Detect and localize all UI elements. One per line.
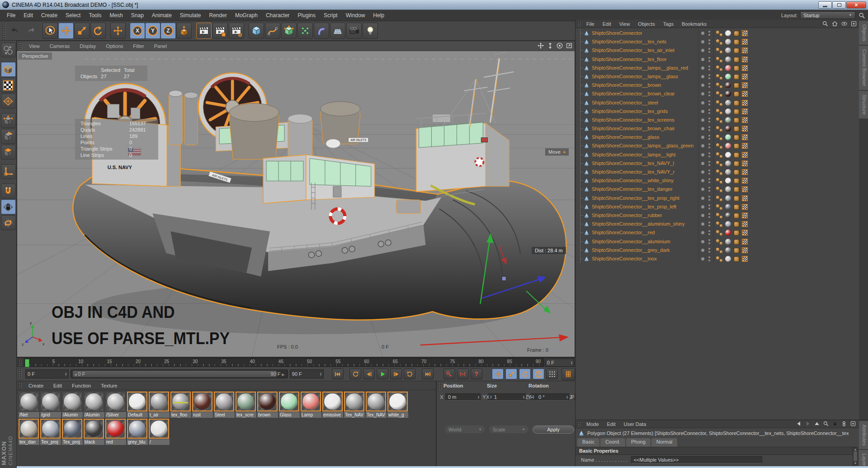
texture-mode-button[interactable] — [1, 78, 16, 93]
title-bar[interactable]: CINEMA 4D R14.041 Broadcast DEMO - [SSC.… — [0, 0, 868, 10]
enable-dot[interactable] — [701, 170, 704, 174]
menu-item[interactable]: Window — [342, 10, 369, 20]
material-tag[interactable] — [725, 195, 731, 201]
rotate-tool[interactable] — [90, 23, 106, 39]
uvw-tag[interactable] — [742, 91, 748, 97]
autokey-button[interactable] — [457, 369, 469, 379]
editor-visibility-dot[interactable] — [708, 187, 710, 189]
workplane-mode-button[interactable] — [1, 94, 16, 109]
render-visibility-dot[interactable] — [708, 208, 710, 209]
loop-playback-button[interactable] — [404, 369, 415, 379]
add-mograph-button[interactable] — [297, 23, 313, 39]
editor-visibility-dot[interactable] — [708, 204, 710, 206]
material-thumb[interactable]: emissive — [322, 392, 343, 418]
redo-button[interactable] — [23, 23, 38, 39]
render-visibility-dot[interactable] — [708, 43, 710, 44]
enable-dot[interactable] — [701, 144, 704, 147]
object-row[interactable]: ShiptoShoreConnector__tex_NAVY_r — [576, 168, 847, 176]
editor-visibility-dot[interactable] — [708, 248, 710, 250]
key-scale-toggle[interactable] — [505, 369, 517, 379]
enable-dot[interactable] — [701, 32, 704, 35]
menu-item[interactable]: Tools — [85, 10, 105, 20]
layer-dot[interactable] — [716, 100, 719, 104]
layout-dropdown[interactable]: Startup ▼ — [800, 11, 855, 19]
uvw-tag[interactable] — [742, 143, 748, 149]
material-menu-item[interactable]: Edit — [48, 382, 67, 390]
key-rotation-toggle[interactable] — [519, 369, 531, 379]
layer-dot[interactable] — [716, 135, 719, 138]
render-visibility-dot[interactable] — [708, 260, 710, 261]
key-parameter-toggle[interactable]: P — [533, 369, 544, 379]
material-tag[interactable] — [725, 91, 731, 97]
goto-start-button[interactable] — [332, 369, 344, 379]
uvw-tag[interactable] — [742, 204, 748, 210]
add-light-button[interactable] — [363, 23, 378, 39]
menu-item[interactable]: Character — [262, 10, 294, 20]
viewport-menu-item[interactable]: Panel — [149, 42, 172, 50]
layer-dot[interactable] — [720, 181, 722, 184]
lock-x-axis-button[interactable]: X — [130, 23, 145, 39]
render-visibility-dot[interactable] — [708, 216, 710, 218]
layer-dot[interactable] — [716, 66, 719, 69]
layer-dot[interactable] — [720, 242, 722, 245]
enable-dot[interactable] — [701, 214, 704, 217]
layer-dot[interactable] — [720, 85, 722, 88]
convert-object-button[interactable] — [1, 43, 16, 57]
material-thumb[interactable]: Tex_NAV — [344, 392, 365, 418]
material-tag[interactable] — [725, 161, 731, 166]
layer-dot[interactable] — [716, 91, 719, 95]
uvw-tag[interactable] — [742, 186, 748, 192]
panel-side-tab[interactable]: Content Browser — [859, 46, 868, 90]
model-mode-button[interactable] — [1, 62, 16, 77]
layer-dot[interactable] — [720, 112, 722, 114]
material-thumb[interactable]: white_g — [387, 392, 408, 418]
add-environment-button[interactable] — [330, 23, 345, 39]
uvw-tag[interactable] — [742, 239, 748, 245]
object-row[interactable]: ShiptoShoreConnector__tex_screens — [576, 116, 847, 124]
material-thumb[interactable]: / — [149, 419, 170, 445]
layer-dot[interactable] — [716, 230, 719, 233]
viewport-menu-item[interactable]: Cameras — [45, 42, 75, 50]
layer-dot[interactable] — [716, 143, 719, 147]
editor-visibility-dot[interactable] — [708, 83, 710, 85]
layer-dot[interactable] — [716, 31, 719, 34]
render-visibility-dot[interactable] — [708, 181, 710, 183]
layer-dot[interactable] — [720, 233, 722, 236]
editor-visibility-dot[interactable] — [708, 143, 710, 145]
object-row[interactable]: ShiptoShoreConnector__brown_chair — [576, 124, 847, 133]
attribute-menu-item[interactable]: Mode — [582, 421, 603, 428]
uvw-tag[interactable] — [742, 195, 748, 201]
enable-dot[interactable] — [701, 66, 704, 70]
menu-item[interactable]: Mesh — [105, 10, 127, 20]
enable-dot[interactable] — [701, 40, 704, 43]
phong-tag[interactable] — [734, 143, 739, 149]
object-row[interactable]: ShiptoShoreConnector__lamps__glass_green — [576, 142, 847, 150]
key-pla-toggle[interactable] — [546, 369, 558, 379]
enable-dot[interactable] — [701, 136, 704, 139]
panel-side-tab[interactable]: Attributes — [859, 421, 868, 449]
render-visibility-dot[interactable] — [708, 121, 710, 123]
layer-dot[interactable] — [720, 33, 722, 36]
layer-dot[interactable] — [716, 161, 719, 164]
render-visibility-dot[interactable] — [708, 104, 710, 105]
name-value-field[interactable]: <<Multiple Values>> — [631, 456, 762, 463]
phong-tag[interactable] — [734, 109, 739, 114]
layer-dot[interactable] — [716, 213, 719, 216]
attribute-tab[interactable]: Phong — [626, 438, 651, 447]
previous-frame-button[interactable] — [363, 369, 375, 379]
move-tool[interactable] — [58, 23, 74, 39]
material-tag[interactable] — [725, 134, 731, 140]
object-manager-menu-item[interactable]: Tags — [659, 20, 678, 28]
coordinates-grip[interactable] — [438, 382, 442, 389]
layer-dot[interactable] — [720, 120, 722, 123]
add-camera-button[interactable] — [346, 23, 362, 39]
uvw-tag[interactable] — [742, 169, 748, 175]
layer-dot[interactable] — [716, 126, 719, 129]
visibility-filter-icon[interactable] — [841, 20, 848, 27]
render-visibility-dot[interactable] — [708, 233, 710, 235]
uvw-tag[interactable] — [742, 109, 748, 114]
keyframe-selection-button[interactable]: ? — [471, 369, 482, 379]
layer-dot[interactable] — [720, 216, 722, 218]
polygons-mode-button[interactable] — [1, 145, 16, 160]
phong-tag[interactable] — [734, 39, 739, 45]
